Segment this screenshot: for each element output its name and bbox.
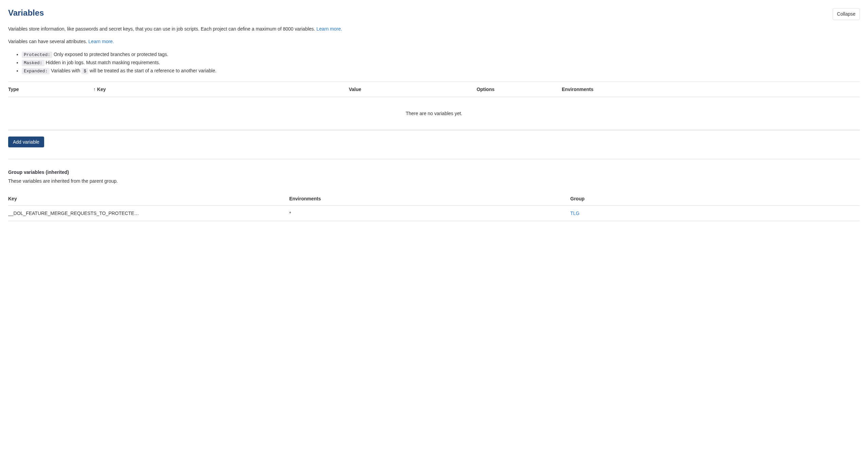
group-header-key[interactable]: Key (8, 196, 289, 201)
sort-ascending-icon: ↑ (93, 87, 96, 92)
table-header-type[interactable]: Type (8, 87, 93, 92)
table-header-key[interactable]: ↑ Key (93, 87, 349, 92)
group-table-header: Key Environments Group (8, 192, 860, 206)
expanded-desc-after: will be treated as the start of a refere… (88, 68, 216, 73)
attributes-list: Protected: Only exposed to protected bra… (8, 51, 860, 75)
variables-table-header: Type ↑ Key Value Options Environments (8, 82, 860, 97)
masked-code-tag: Masked: (22, 60, 44, 66)
table-header-value[interactable]: Value (349, 87, 476, 92)
group-row-group: TLG (570, 211, 860, 216)
table-row: __DOL_FEATURE_MERGE_REQUESTS_TO_PROTECTE… (8, 206, 860, 221)
group-variables-table: Key Environments Group __DOL_FEATURE_MER… (8, 192, 860, 221)
table-header-options[interactable]: Options (476, 87, 562, 92)
group-row-environments: * (289, 211, 571, 216)
group-header-environments[interactable]: Environments (289, 196, 571, 201)
attributes-intro: Variables can have several attributes. L… (8, 38, 860, 45)
description-text: Variables store information, like passwo… (8, 26, 317, 32)
variables-table: Type ↑ Key Value Options Environments Th… (8, 82, 860, 130)
group-variables-description: These variables are inherited from the p… (8, 178, 860, 184)
group-row-key: __DOL_FEATURE_MERGE_REQUESTS_TO_PROTECTE… (8, 211, 289, 216)
attributes-learn-more-link[interactable]: Learn more. (88, 39, 114, 44)
masked-description: Hidden in job logs. Must match masking r… (44, 60, 160, 65)
variables-description: Variables store information, like passwo… (8, 25, 860, 33)
collapse-button[interactable]: Collapse (833, 8, 860, 20)
attributes-intro-text: Variables can have several attributes. (8, 39, 88, 44)
group-variables-title: Group variables (inherited) (8, 169, 860, 175)
protected-description: Only exposed to protected branches or pr… (52, 52, 168, 57)
table-header-environments[interactable]: Environments (562, 87, 860, 92)
expanded-desc-before: Variables with (50, 68, 82, 73)
protected-code-tag: Protected: (22, 52, 52, 58)
expanded-dollar-symbol: $ (82, 68, 88, 74)
table-header-key-label: Key (97, 87, 106, 92)
learn-more-link[interactable]: Learn more. (317, 26, 342, 32)
expanded-code-tag: Expanded: (22, 68, 50, 74)
section-divider (8, 159, 860, 159)
attribute-expanded: Expanded: Variables with $ will be treat… (22, 67, 860, 75)
empty-variables-message: There are no variables yet. (8, 97, 860, 130)
variables-section-title: Variables (8, 8, 44, 18)
group-link[interactable]: TLG (570, 211, 579, 216)
attribute-masked: Masked: Hidden in job logs. Must match m… (22, 59, 860, 67)
group-header-group[interactable]: Group (570, 196, 860, 201)
add-variable-button[interactable]: Add variable (8, 137, 44, 147)
attribute-protected: Protected: Only exposed to protected bra… (22, 51, 860, 59)
